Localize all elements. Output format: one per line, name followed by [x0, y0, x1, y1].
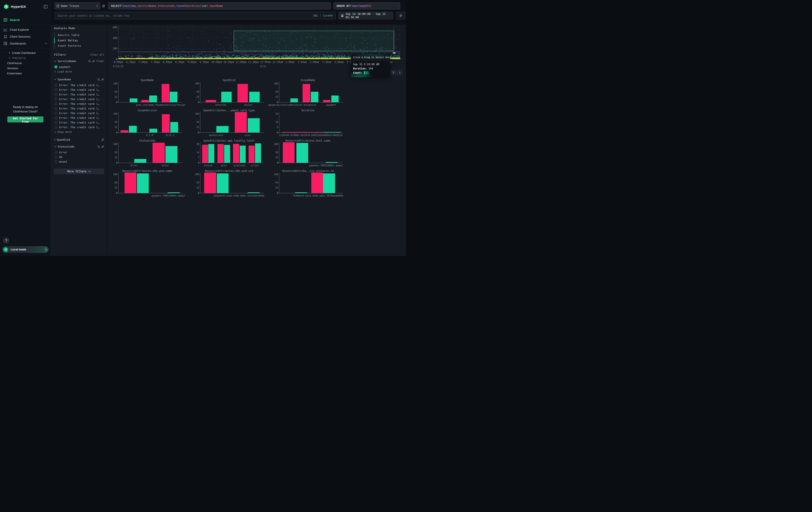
chart-bar[interactable]: [283, 142, 295, 163]
next-page-button[interactable]: [397, 70, 402, 75]
chart-bar[interactable]: [170, 92, 177, 102]
chart-bar[interactable]: [217, 173, 229, 193]
chart-bar[interactable]: [120, 130, 128, 132]
chart-bar[interactable]: [221, 92, 232, 102]
filter-group-statuscode[interactable]: StatusCode: [54, 145, 104, 148]
source-select[interactable]: Demo Traces: [55, 2, 100, 9]
checkbox[interactable]: [55, 112, 57, 115]
filter-checkbox-row[interactable]: Error: The credit card (…: [54, 97, 104, 102]
sidebar-item-chart-explorer[interactable]: Chart Explorer: [0, 26, 51, 33]
analysis-mode-event-deltas[interactable]: Event Deltas: [54, 38, 104, 43]
chart-bar[interactable]: [162, 114, 170, 132]
chart-bar[interactable]: [248, 192, 259, 193]
sidebar-item-search[interactable]: Search: [0, 17, 51, 23]
sidebar-preset-services[interactable]: Services: [7, 66, 51, 71]
lang-toggle-lucene[interactable]: Lucene: [323, 14, 333, 17]
chart-bar[interactable]: [235, 112, 247, 132]
drag-handle[interactable]: [393, 53, 396, 53]
search-icon[interactable]: [88, 60, 91, 62]
chart-bar[interactable]: [248, 118, 260, 132]
analysis-mode-event-patterns[interactable]: Event Patterns: [54, 43, 104, 49]
filter-checkbox-row[interactable]: Error: The credit card (…: [54, 120, 104, 125]
presets-toggle[interactable]: PRESETS: [7, 56, 51, 60]
chart-bar[interactable]: [206, 100, 216, 102]
more-filters-button[interactable]: More filters: [54, 168, 104, 174]
filter-checkbox-row[interactable]: Ok: [54, 155, 104, 159]
filter-group-spanname[interactable]: SpanName: [54, 78, 104, 81]
checkbox[interactable]: [55, 98, 57, 101]
show-more-button[interactable]: Show more: [54, 130, 104, 134]
chart-bar[interactable]: [326, 162, 338, 163]
checkbox[interactable]: [55, 107, 57, 110]
chart-bar[interactable]: [240, 145, 246, 163]
checkbox[interactable]: [55, 93, 57, 96]
checkbox[interactable]: [55, 121, 57, 124]
create-dashboard-button[interactable]: + Create Dashboard: [7, 50, 51, 56]
chart-bar[interactable]: [323, 100, 330, 102]
get-started-button[interactable]: Get Started for Free: [7, 116, 44, 123]
search-icon[interactable]: [97, 145, 100, 148]
chart-bar[interactable]: [149, 129, 157, 132]
search-icon[interactable]: [97, 78, 100, 81]
sidebar-preset-kubernetes[interactable]: Kubernetes: [7, 71, 51, 76]
gear-icon[interactable]: ⚙: [102, 4, 105, 8]
filter-checkbox-row[interactable]: Error: The credit card (…: [54, 83, 104, 87]
chart-bar[interactable]: [255, 143, 261, 163]
checkbox[interactable]: [55, 126, 57, 129]
pin-icon[interactable]: [102, 78, 104, 81]
filter-checkbox-row[interactable]: Error: The credit card (…: [54, 87, 104, 92]
chart-bar[interactable]: [137, 173, 149, 193]
chart-bar[interactable]: [129, 99, 137, 102]
sql-select-input[interactable]: SELECT Timestamp, ServiceName, StatusCod…: [108, 2, 330, 9]
chart-bar[interactable]: [249, 92, 260, 102]
analysis-mode-results-table[interactable]: Results Table: [54, 32, 104, 38]
filter-checkbox-row[interactable]: Error: The credit card (…: [54, 106, 104, 111]
chart-bar[interactable]: [233, 144, 239, 163]
chart-bar[interactable]: [218, 144, 224, 163]
filter-checkbox-row[interactable]: Error: The credit card (…: [54, 92, 104, 97]
chart-bar[interactable]: [311, 172, 323, 193]
chart-bar[interactable]: [141, 100, 149, 102]
checkbox[interactable]: [55, 151, 57, 154]
chart-bar[interactable]: [124, 172, 136, 193]
chart-bar[interactable]: [152, 143, 165, 163]
clear-group-button[interactable]: Clear: [96, 60, 104, 63]
checkbox[interactable]: [55, 116, 57, 119]
chart-bar[interactable]: [216, 126, 229, 132]
filter-checkbox-row[interactable]: Error: The credit card (…: [54, 102, 104, 106]
chart-bar[interactable]: [290, 99, 298, 102]
filter-checkbox-row[interactable]: Error: [54, 150, 104, 155]
checkbox[interactable]: [55, 84, 57, 87]
chart-bar[interactable]: [168, 192, 179, 193]
filter-checkbox-row[interactable]: ✓payment: [54, 64, 104, 69]
chart-bar[interactable]: [323, 173, 335, 193]
checkbox[interactable]: ✓: [55, 65, 57, 68]
filter-checkbox-row[interactable]: Error: The credit card (…: [54, 111, 104, 115]
sidebar-preset-clickhouse[interactable]: ClickHouse: [7, 60, 51, 66]
sidebar-item-dashboards[interactable]: Dashboards: [0, 40, 51, 47]
page-number-button[interactable]: 5: [391, 70, 396, 75]
chart-bar[interactable]: [149, 96, 157, 102]
run-query-button[interactable]: [397, 12, 405, 19]
checkbox[interactable]: [55, 88, 57, 91]
sidebar-item-client-sessions[interactable]: Client Sessions: [0, 33, 51, 40]
chart-bar[interactable]: [311, 92, 318, 102]
filter-group-servicename[interactable]: ServiceName Clear: [54, 59, 104, 63]
pin-icon[interactable]: [102, 145, 104, 148]
chart-bar[interactable]: [224, 145, 230, 163]
lang-toggle-sql[interactable]: SQL: [313, 14, 318, 17]
chart-bar[interactable]: [204, 172, 216, 193]
chart-bar[interactable]: [129, 126, 137, 132]
chart-bar[interactable]: [302, 84, 310, 102]
filter-group-spankind[interactable]: SpanKind: [54, 138, 104, 141]
collapse-sidebar-icon[interactable]: [44, 5, 48, 8]
order-by-input[interactable]: ORDER BY Timestamp DESC: [334, 2, 400, 9]
load-more-button[interactable]: Load more: [54, 69, 104, 74]
clear-all-button[interactable]: Clear all: [90, 53, 104, 56]
local-mode-pill[interactable]: U Local mode: [2, 246, 49, 253]
date-range-picker[interactable]: Sep 14 18:00:00 - Sep 15 05:30:00: [339, 12, 393, 19]
chart-bar[interactable]: [296, 143, 308, 163]
chart-bar[interactable]: [208, 144, 214, 163]
chart-bar[interactable]: [134, 159, 147, 163]
heatmap-selection-region[interactable]: [234, 31, 394, 51]
